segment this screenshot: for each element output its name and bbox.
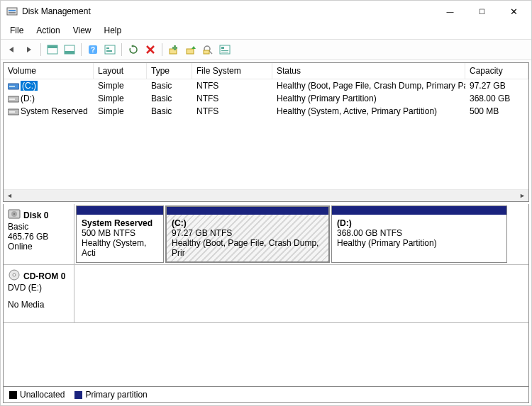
partition-status: Healthy (Boot, Page File, Crash Dump, Pr… — [172, 238, 323, 258]
volume-layout: Simple — [94, 106, 147, 117]
svg-point-32 — [13, 274, 16, 276]
volume-layout: Simple — [94, 93, 147, 104]
menu-view[interactable]: View — [68, 24, 96, 37]
partition-name: System Reserved — [82, 218, 158, 228]
maximize-button[interactable]: ☐ — [466, 1, 498, 22]
col-volume[interactable]: Volume — [4, 63, 94, 79]
graphical-view: Disk 0Basic465.76 GBOnlineSystem Reserve… — [3, 204, 529, 387]
cd-icon — [8, 269, 21, 283]
col-layout[interactable]: Layout — [94, 63, 147, 79]
disk-type: DVD (E:) — [8, 283, 70, 293]
partition-name: (C:) — [172, 218, 323, 228]
delete-button[interactable] — [143, 42, 158, 57]
refresh-button[interactable] — [126, 42, 141, 57]
volume-capacity: 368.00 GB — [465, 93, 528, 104]
svg-rect-11 — [106, 50, 112, 52]
app-icon — [6, 6, 18, 17]
volume-capacity: 97.27 GB — [465, 80, 528, 91]
volume-fs: NTFS — [192, 93, 272, 104]
partition-header — [77, 206, 163, 215]
scroll-left-icon[interactable]: ◄ — [4, 190, 16, 201]
legend-swatch — [74, 391, 82, 399]
disk-row: Disk 0Basic465.76 GBOnlineSystem Reserve… — [4, 204, 528, 265]
toolbar-separator — [40, 43, 41, 56]
legend-item: Primary partition — [74, 390, 147, 400]
toolbar-separator — [121, 43, 122, 56]
volume-row[interactable]: (D:)SimpleBasicNTFSHealthy (Primary Part… — [4, 92, 528, 105]
partition-status: Healthy (System, Acti — [82, 238, 158, 258]
partition-new-button[interactable] — [166, 42, 182, 57]
svg-rect-14 — [172, 47, 177, 49]
toolbar-separator — [162, 43, 162, 56]
minimize-button[interactable]: — — [434, 1, 466, 22]
disk-partitions: System Reserved500 MB NTFSHealthy (Syste… — [74, 204, 528, 264]
forward-button[interactable] — [21, 42, 37, 57]
find-button[interactable] — [200, 42, 216, 57]
volume-type: Basic — [147, 93, 192, 104]
partition[interactable]: (C:)97.27 GB NTFSHealthy (Boot, Page Fil… — [165, 205, 330, 263]
volume-type: Basic — [147, 80, 192, 91]
view-top-button[interactable] — [45, 42, 60, 57]
volume-type: Basic — [147, 106, 192, 117]
properties-button[interactable] — [217, 42, 233, 57]
partition-size: 500 MB NTFS — [82, 228, 158, 238]
help-button[interactable]: ? — [85, 42, 101, 57]
scroll-right-icon[interactable]: ► — [516, 190, 528, 201]
view-bottom-button[interactable] — [62, 42, 77, 57]
drive-icon — [8, 82, 18, 89]
svg-rect-25 — [9, 98, 15, 100]
volume-row[interactable]: (C:)SimpleBasicNTFSHealthy (Boot, Page F… — [4, 79, 528, 92]
partition-name: (D:) — [337, 218, 501, 228]
svg-rect-17 — [204, 50, 209, 54]
partition-status: Healthy (Primary Partition) — [337, 238, 501, 248]
menubar: File Action View Help — [1, 22, 531, 39]
disk-meta[interactable]: Disk 0Basic465.76 GBOnline — [4, 204, 74, 264]
svg-rect-20 — [221, 50, 228, 51]
volume-row[interactable]: System ReservedSimpleBasicNTFSHealthy (S… — [4, 105, 528, 118]
partition-header — [332, 206, 506, 215]
col-capacity[interactable]: Capacity — [465, 63, 528, 79]
svg-rect-9 — [105, 45, 115, 54]
volume-status: Healthy (System, Active, Primary Partiti… — [272, 106, 465, 117]
partition-header — [166, 206, 329, 215]
partition-up-button[interactable] — [183, 42, 199, 57]
legend-label: Primary partition — [85, 390, 147, 400]
svg-rect-1 — [9, 10, 16, 11]
legend-item: Unallocated — [9, 390, 65, 400]
disk-state: Online — [8, 242, 70, 252]
volume-name: (C:) — [21, 81, 38, 91]
svg-rect-27 — [9, 111, 15, 113]
disk-size: 465.76 GB — [8, 232, 70, 242]
volume-name: (D:) — [21, 94, 35, 103]
window-controls: — ☐ ✕ — [434, 1, 530, 22]
menu-action[interactable]: Action — [31, 24, 65, 37]
menu-help[interactable]: Help — [99, 24, 127, 37]
col-type[interactable]: Type — [147, 63, 192, 79]
disk-meta[interactable]: CD-ROM 0DVD (E:)No Media — [4, 265, 74, 322]
disk-state: No Media — [8, 300, 70, 310]
col-filesystem[interactable]: File System — [192, 63, 272, 79]
toolbar-separator — [81, 43, 82, 56]
partition[interactable]: (D:)368.00 GB NTFSHealthy (Primary Parti… — [331, 205, 507, 263]
svg-rect-4 — [48, 45, 57, 48]
svg-rect-19 — [221, 47, 224, 49]
svg-rect-15 — [187, 49, 194, 54]
svg-point-30 — [13, 213, 15, 215]
volume-list-body: (C:)SimpleBasicNTFSHealthy (Boot, Page F… — [4, 79, 528, 189]
titlebar: Disk Management — ☐ ✕ — [1, 1, 531, 22]
menu-file[interactable]: File — [5, 24, 28, 37]
svg-rect-23 — [9, 86, 15, 87]
col-status[interactable]: Status — [272, 63, 465, 79]
partition[interactable]: System Reserved500 MB NTFSHealthy (Syste… — [76, 205, 164, 263]
volume-layout: Simple — [94, 80, 147, 91]
horizontal-scrollbar[interactable]: ◄ ► — [4, 189, 528, 201]
svg-rect-2 — [9, 12, 16, 13]
volume-capacity: 500 MB — [465, 106, 528, 117]
disk-name: CD-ROM 0 — [23, 271, 65, 281]
drive-icon — [8, 95, 18, 102]
settings-button[interactable] — [102, 42, 118, 57]
back-button[interactable] — [4, 42, 20, 57]
svg-text:?: ? — [91, 46, 95, 54]
drive-icon — [8, 108, 18, 115]
close-button[interactable]: ✕ — [498, 1, 530, 22]
